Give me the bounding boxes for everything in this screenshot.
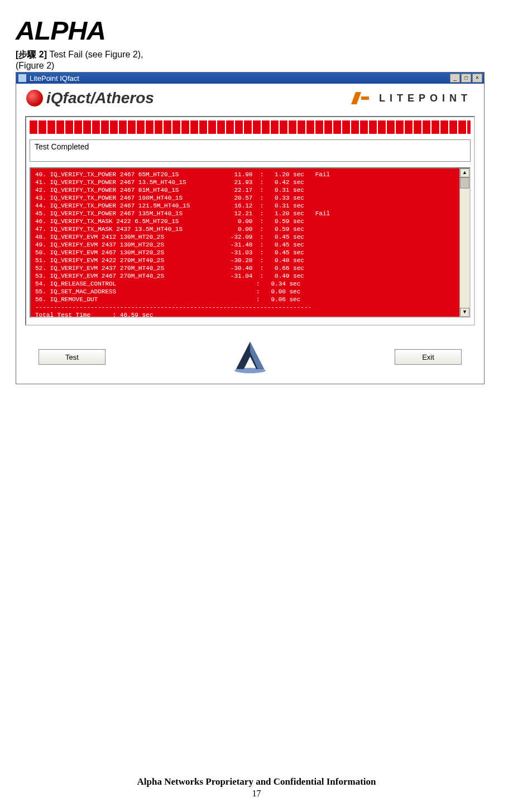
scroll-track[interactable]: [460, 177, 469, 308]
step-text: Test Fail (see Figure 2),: [47, 50, 143, 59]
brand-bar: iQfact/Atheros LITEPOINT: [16, 84, 484, 113]
app-window: LitePoint IQfact _ □ × iQfact/Atheros LI…: [16, 72, 485, 384]
page-footer: Alpha Networks Proprietary and Confident…: [0, 776, 513, 799]
log-panel: 40. IQ_VERIFY_TX_POWER 2467 65M_HT20_1S …: [30, 167, 471, 318]
scroll-down-button[interactable]: ▼: [460, 308, 469, 317]
close-button[interactable]: ×: [472, 74, 482, 83]
page-number: 17: [0, 789, 513, 799]
iqfact-logo: iQfact/Atheros: [26, 89, 154, 107]
log-content: 40. IQ_VERIFY_TX_POWER 2467 65M_HT20_1S …: [31, 168, 459, 317]
litepoint-text: LITEPOINT: [379, 93, 472, 104]
iqfact-dot-icon: [26, 90, 43, 107]
scrollbar[interactable]: ▲ ▼: [459, 168, 469, 317]
status-box: Test Completed: [30, 139, 471, 162]
step-line: [步驟 2] Test Fail (see Figure 2),: [16, 49, 497, 61]
scroll-up-button[interactable]: ▲: [460, 168, 469, 177]
alpha-logo: ALPHA: [16, 16, 513, 46]
test-button[interactable]: Test: [39, 349, 106, 365]
scroll-thumb[interactable]: [460, 177, 469, 188]
iqfact-text: iQfact/Atheros: [46, 89, 154, 107]
progress-bar: [30, 120, 471, 134]
minimize-button[interactable]: _: [450, 74, 460, 83]
button-row: Test Exit: [16, 331, 484, 384]
status-text: Test Completed: [35, 142, 89, 151]
litepoint-logo: LITEPOINT: [353, 92, 472, 104]
center-a-logo-icon: [231, 340, 270, 374]
titlebar[interactable]: LitePoint IQfact _ □ ×: [16, 72, 484, 84]
window-icon: [18, 74, 26, 82]
maximize-button[interactable]: □: [461, 74, 471, 83]
exit-button[interactable]: Exit: [395, 349, 462, 365]
litepoint-mark-icon: [353, 92, 372, 104]
step-label: [步驟 2]: [16, 50, 47, 59]
footer-text: Alpha Networks Proprietary and Confident…: [0, 776, 513, 787]
window-title: LitePoint IQfact: [30, 74, 79, 83]
figure-caption: (Figure 2): [16, 61, 497, 71]
